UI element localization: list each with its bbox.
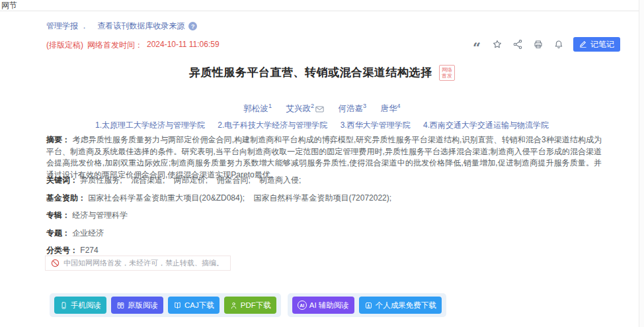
keyword-link-1[interactable]: 异质性服务; xyxy=(80,175,122,185)
fund-label: 基金资助： xyxy=(46,193,86,203)
scrollbar-track[interactable] xyxy=(639,0,644,327)
share-icon[interactable] xyxy=(512,38,524,50)
clc-value: F274 xyxy=(80,246,98,255)
ai-icon: AI xyxy=(298,301,307,310)
author-name: 唐华 xyxy=(380,104,397,113)
publish-time-label: 网络首发时间： xyxy=(87,40,143,51)
top-strip-label: 网节 xyxy=(1,0,17,11)
pen-icon xyxy=(579,40,587,50)
author-sup: 1 xyxy=(268,103,272,109)
pdf-download-button[interactable]: PDF下载 xyxy=(224,297,276,314)
journal-row: 管理学报 ． 查看该刊数据库收录来源 ? xyxy=(46,21,197,32)
fund-link-2[interactable]: 国家自然科学基金资助项目(72072022); xyxy=(253,193,391,203)
topic-value: 企业经济 xyxy=(72,228,104,238)
author-sup: 3 xyxy=(363,103,366,109)
album-value: 经济与管理科学 xyxy=(72,210,128,220)
mobile-read-button[interactable]: 手机阅读 xyxy=(54,297,106,314)
title-row: 异质性服务平台直营、转销或混合渠道结构选择 网络 首发 xyxy=(0,65,644,81)
abstract-text: 考虑异质性服务质量努力与两部定价佣金合同,构建制造商和平台构成的博弈模型,研究异… xyxy=(46,135,602,179)
person-icon xyxy=(229,301,238,310)
help-icon[interactable]: ? xyxy=(188,22,197,30)
abstract-paragraph: 摘要： 考虑异质性服务质量努力与两部定价佣金合同,构建制造商和平台构成的博弈模型… xyxy=(46,134,602,181)
album-label: 专辑： xyxy=(46,210,70,220)
mobile-icon xyxy=(60,301,68,310)
print-icon[interactable] xyxy=(532,38,544,50)
pages-icon xyxy=(116,301,125,310)
author-name: 艾兴政 xyxy=(286,104,311,113)
clc-row: 分类号： F274 xyxy=(46,245,99,256)
topic-label: 专题： xyxy=(46,228,70,238)
top-strip: 网节 xyxy=(0,0,644,11)
author-list: 郭松波1 艾兴政2 何浩嘉3 唐华4 xyxy=(0,103,644,115)
affiliation-1[interactable]: 1.太原理工大学经济与管理学院 xyxy=(95,120,205,130)
author-link-1[interactable]: 郭松波1 xyxy=(243,104,272,113)
author-name: 何浩嘉 xyxy=(338,104,363,113)
affiliation-2[interactable]: 2.电子科技大学经济与管理学院 xyxy=(218,120,327,130)
read-download-group: 手机阅读 原版阅读 CAJ下载 PDF下载 xyxy=(50,293,281,317)
original-read-button[interactable]: 原版阅读 xyxy=(111,297,163,314)
publish-row: (排版定稿) 网络首发时间： 2024-10-11 11:06:59 xyxy=(46,40,220,51)
ai-assist-read-label: AI 辅助阅读 xyxy=(309,301,349,310)
article-toolbar: “ 记笔记 xyxy=(471,36,620,52)
email-icon xyxy=(314,104,324,113)
open-book-icon xyxy=(173,301,182,310)
affiliation-4[interactable]: 4.西南交通大学交通运输与物流学院 xyxy=(423,120,549,130)
download-box-icon xyxy=(364,301,373,310)
keyword-link-3[interactable]: 两部定价; xyxy=(174,175,208,185)
author-link-4[interactable]: 唐华4 xyxy=(380,104,400,113)
copyright-notice: 中国知网网络首发，未经许可，禁止转载、摘编。 xyxy=(45,256,231,271)
fund-link-1[interactable]: 国家社会科学基金资助重大项目(20&ZD084); xyxy=(88,193,245,203)
badge-line1: 网络 xyxy=(442,67,452,73)
author-name: 郭松波 xyxy=(243,104,268,113)
pdf-download-label: PDF下载 xyxy=(241,301,271,310)
badge-line2: 首发 xyxy=(442,73,452,79)
affiliation-3[interactable]: 3.西华大学管理学院 xyxy=(341,120,411,130)
caj-download-button[interactable]: CAJ下载 xyxy=(168,297,220,314)
cnki-article-page: 网节 管理学报 ． 查看该刊数据库收录来源 ? (排版定稿) 网络首发时间： 2… xyxy=(0,0,644,327)
take-notes-label: 记笔记 xyxy=(590,39,614,50)
album-row: 专辑： 经济与管理科学 xyxy=(46,210,128,221)
keyword-link-5[interactable]: 制造商入侵; xyxy=(259,175,301,185)
mobile-read-label: 手机阅读 xyxy=(71,301,101,310)
ai-assist-read-button[interactable]: AI AI 辅助阅读 xyxy=(292,297,354,314)
action-button-bar: 手机阅读 原版阅读 CAJ下载 PDF下载 AI AI 辅助阅读 个人成 xyxy=(50,293,446,317)
topic-row: 专题： 企业经济 xyxy=(46,228,104,239)
fund-row: 基金资助： 国家社会科学基金资助重大项目(20&ZD084); 国家自然科学基金… xyxy=(46,193,398,204)
author-link-2[interactable]: 艾兴政2 xyxy=(286,104,324,113)
keywords-row: 关键词： 异质性服务; 混合渠道; 两部定价; 佣金合同; 制造商入侵; xyxy=(46,175,307,186)
bell-icon[interactable] xyxy=(553,38,565,50)
keywords-label: 关键词： xyxy=(46,175,78,185)
author-link-3[interactable]: 何浩嘉3 xyxy=(338,104,366,113)
version-note: (排版定稿) xyxy=(46,40,83,51)
personal-free-download-button[interactable]: 个人成果免费下载 xyxy=(359,297,442,314)
no-reprint-icon xyxy=(51,259,60,267)
personal-free-download-label: 个人成果免费下载 xyxy=(376,301,436,310)
star-icon[interactable] xyxy=(491,38,503,50)
original-read-label: 原版阅读 xyxy=(128,301,158,310)
copyright-text: 中国知网网络首发，未经许可，禁止转载、摘编。 xyxy=(63,258,223,268)
page-title: 异质性服务平台直营、转销或混合渠道结构选择 xyxy=(189,66,432,79)
author-sup: 4 xyxy=(397,103,400,109)
take-notes-button[interactable]: 记笔记 xyxy=(573,37,620,52)
quote-icon[interactable]: “ xyxy=(471,38,483,50)
affiliation-list: 1.太原理工大学经济与管理学院 2.电子科技大学经济与管理学院 3.西华大学管理… xyxy=(0,120,644,131)
assist-group: AI AI 辅助阅读 个人成果免费下载 xyxy=(288,293,446,317)
keyword-link-2[interactable]: 混合渠道; xyxy=(131,175,165,185)
keyword-link-4[interactable]: 佣金合同; xyxy=(216,175,250,185)
journal-link[interactable]: 管理学报 ． xyxy=(46,21,88,32)
publish-time-value: 2024-10-11 11:06:59 xyxy=(147,40,220,51)
caj-download-label: CAJ下载 xyxy=(184,301,214,310)
clc-label: 分类号： xyxy=(46,246,78,255)
abstract-label: 摘要： xyxy=(46,135,70,144)
source-database-link[interactable]: 查看该刊数据库收录来源 xyxy=(97,21,184,32)
online-first-badge: 网络 首发 xyxy=(439,65,455,81)
